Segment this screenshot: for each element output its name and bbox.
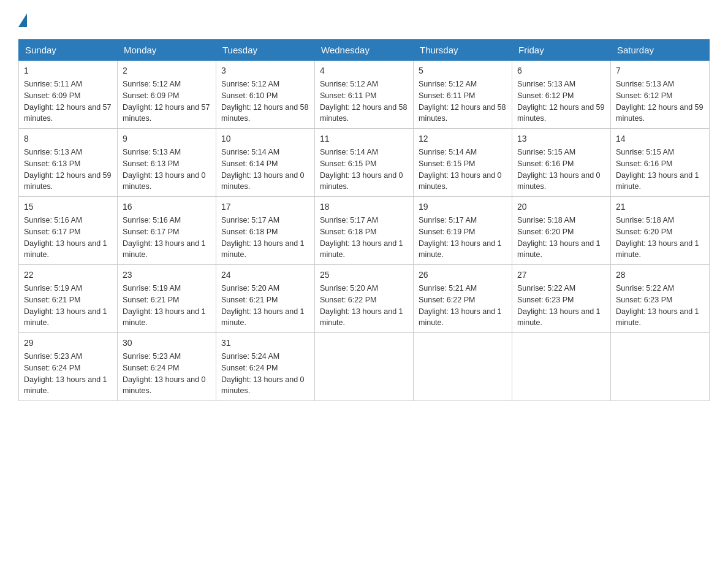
sunrise-text: Sunrise: 5:12 AM: [320, 80, 378, 88]
daylight-text: Daylight: 12 hours and 58 minutes.: [419, 103, 506, 123]
sunset-text: Sunset: 6:09 PM: [24, 91, 80, 100]
sunrise-text: Sunrise: 5:14 AM: [320, 148, 378, 156]
sunrise-text: Sunrise: 5:13 AM: [123, 148, 181, 156]
sunrise-text: Sunrise: 5:18 AM: [517, 216, 575, 224]
weekday-header-friday: Friday: [512, 40, 611, 61]
daylight-text: Daylight: 13 hours and 1 minute.: [419, 239, 502, 259]
sunset-text: Sunset: 6:21 PM: [24, 296, 80, 304]
day-number: 18: [320, 201, 408, 213]
calendar-cell: 4Sunrise: 5:12 AMSunset: 6:11 PMDaylight…: [315, 61, 414, 129]
sunrise-text: Sunrise: 5:15 AM: [517, 148, 575, 156]
calendar-cell: 9Sunrise: 5:13 AMSunset: 6:13 PMDaylight…: [118, 129, 216, 197]
day-number: 21: [616, 201, 704, 213]
sunrise-text: Sunrise: 5:18 AM: [616, 216, 674, 224]
calendar-cell: 31Sunrise: 5:24 AMSunset: 6:24 PMDayligh…: [216, 333, 315, 401]
calendar-cell: 3Sunrise: 5:12 AMSunset: 6:10 PMDaylight…: [216, 61, 315, 129]
daylight-text: Daylight: 13 hours and 1 minute.: [24, 307, 107, 327]
sunrise-text: Sunrise: 5:17 AM: [419, 216, 477, 224]
sunset-text: Sunset: 6:24 PM: [24, 364, 80, 372]
day-number: 5: [419, 64, 507, 77]
sunrise-text: Sunrise: 5:12 AM: [419, 80, 477, 88]
sunset-text: Sunset: 6:17 PM: [123, 228, 179, 236]
sunrise-text: Sunrise: 5:14 AM: [221, 148, 279, 156]
sunset-text: Sunset: 6:09 PM: [123, 91, 179, 100]
week-row-5: 29Sunrise: 5:23 AMSunset: 6:24 PMDayligh…: [19, 333, 710, 401]
sunset-text: Sunset: 6:10 PM: [221, 91, 278, 100]
sunrise-text: Sunrise: 5:19 AM: [123, 284, 181, 293]
day-number: 10: [221, 132, 309, 145]
sunset-text: Sunset: 6:17 PM: [24, 228, 80, 236]
calendar-cell: 6Sunrise: 5:13 AMSunset: 6:12 PMDaylight…: [512, 61, 611, 129]
daylight-text: Daylight: 13 hours and 1 minute.: [517, 239, 601, 259]
calendar-cell: [414, 333, 512, 401]
day-number: 17: [221, 201, 309, 213]
weekday-header-sunday: Sunday: [19, 40, 118, 61]
daylight-text: Daylight: 13 hours and 1 minute.: [616, 239, 699, 259]
daylight-text: Daylight: 12 hours and 59 minutes.: [616, 103, 703, 123]
day-number: 3: [221, 64, 309, 77]
sunset-text: Sunset: 6:12 PM: [616, 91, 672, 100]
daylight-text: Daylight: 13 hours and 1 minute.: [24, 239, 107, 259]
sunset-text: Sunset: 6:21 PM: [123, 296, 179, 304]
sunrise-text: Sunrise: 5:24 AM: [221, 352, 279, 361]
day-number: 30: [123, 337, 211, 350]
day-number: 4: [320, 64, 408, 77]
day-number: 14: [616, 132, 704, 145]
day-number: 6: [517, 64, 605, 77]
week-row-4: 22Sunrise: 5:19 AMSunset: 6:21 PMDayligh…: [19, 265, 710, 333]
day-number: 7: [616, 64, 704, 77]
day-number: 2: [123, 64, 211, 77]
sunset-text: Sunset: 6:22 PM: [320, 296, 376, 304]
calendar-cell: 26Sunrise: 5:21 AMSunset: 6:22 PMDayligh…: [414, 265, 512, 333]
daylight-text: Daylight: 13 hours and 1 minute.: [616, 171, 699, 191]
sunset-text: Sunset: 6:15 PM: [419, 159, 475, 168]
sunset-text: Sunset: 6:18 PM: [221, 228, 278, 236]
daylight-text: Daylight: 13 hours and 0 minutes.: [123, 171, 206, 191]
daylight-text: Daylight: 13 hours and 1 minute.: [419, 307, 502, 327]
weekday-header-monday: Monday: [118, 40, 216, 61]
daylight-text: Daylight: 13 hours and 0 minutes.: [320, 171, 403, 191]
sunset-text: Sunset: 6:16 PM: [616, 159, 672, 168]
daylight-text: Daylight: 13 hours and 1 minute.: [221, 239, 305, 259]
calendar-cell: 16Sunrise: 5:16 AMSunset: 6:17 PMDayligh…: [118, 197, 216, 265]
sunset-text: Sunset: 6:18 PM: [320, 228, 376, 236]
day-number: 15: [24, 201, 112, 213]
weekday-header-tuesday: Tuesday: [216, 40, 315, 61]
day-number: 22: [24, 269, 112, 282]
calendar-cell: 29Sunrise: 5:23 AMSunset: 6:24 PMDayligh…: [19, 333, 118, 401]
sunrise-text: Sunrise: 5:17 AM: [320, 216, 378, 224]
day-number: 9: [123, 132, 211, 145]
day-number: 25: [320, 269, 408, 282]
calendar-cell: 19Sunrise: 5:17 AMSunset: 6:19 PMDayligh…: [414, 197, 512, 265]
sunrise-text: Sunrise: 5:13 AM: [24, 148, 82, 156]
logo: [18, 12, 27, 27]
daylight-text: Daylight: 13 hours and 1 minute.: [123, 307, 206, 327]
calendar-cell: 2Sunrise: 5:12 AMSunset: 6:09 PMDaylight…: [118, 61, 216, 129]
sunset-text: Sunset: 6:22 PM: [419, 296, 475, 304]
day-number: 19: [419, 201, 507, 213]
daylight-text: Daylight: 13 hours and 1 minute.: [123, 239, 206, 259]
day-number: 26: [419, 269, 507, 282]
sunrise-text: Sunrise: 5:12 AM: [221, 80, 279, 88]
sunset-text: Sunset: 6:20 PM: [616, 228, 672, 236]
sunset-text: Sunset: 6:16 PM: [517, 159, 574, 168]
sunrise-text: Sunrise: 5:22 AM: [616, 284, 674, 293]
day-number: 8: [24, 132, 112, 145]
calendar-cell: 21Sunrise: 5:18 AMSunset: 6:20 PMDayligh…: [611, 197, 710, 265]
weekday-header-row: SundayMondayTuesdayWednesdayThursdayFrid…: [19, 40, 710, 61]
sunset-text: Sunset: 6:19 PM: [419, 228, 475, 236]
day-number: 23: [123, 269, 211, 282]
sunset-text: Sunset: 6:11 PM: [320, 91, 376, 100]
daylight-text: Daylight: 12 hours and 58 minutes.: [320, 103, 407, 123]
sunrise-text: Sunrise: 5:23 AM: [24, 352, 82, 361]
daylight-text: Daylight: 13 hours and 1 minute.: [517, 307, 601, 327]
daylight-text: Daylight: 13 hours and 1 minute.: [616, 307, 699, 327]
calendar-cell: 11Sunrise: 5:14 AMSunset: 6:15 PMDayligh…: [315, 129, 414, 197]
sunset-text: Sunset: 6:15 PM: [320, 159, 376, 168]
sunrise-text: Sunrise: 5:12 AM: [123, 80, 181, 88]
daylight-text: Daylight: 12 hours and 58 minutes.: [221, 103, 308, 123]
sunrise-text: Sunrise: 5:11 AM: [24, 80, 82, 88]
daylight-text: Daylight: 12 hours and 57 minutes.: [24, 103, 111, 123]
calendar-cell: 12Sunrise: 5:14 AMSunset: 6:15 PMDayligh…: [414, 129, 512, 197]
sunrise-text: Sunrise: 5:15 AM: [616, 148, 674, 156]
